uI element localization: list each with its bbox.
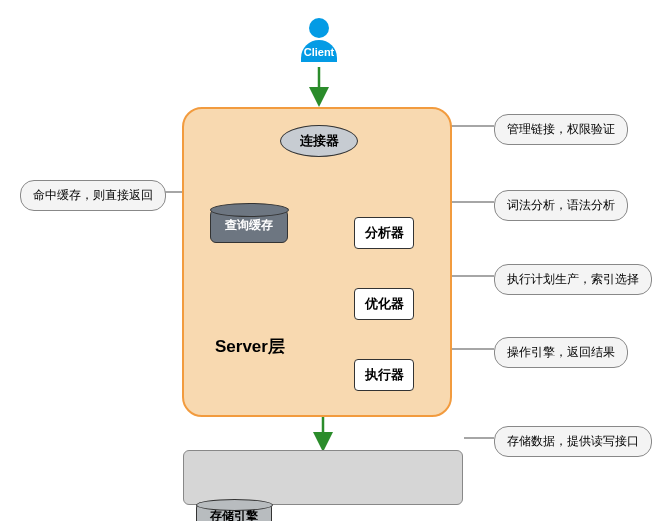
query-cache-text: 查询缓存 xyxy=(225,217,273,234)
storage-engine-1-text: 存储引擎 xyxy=(210,508,258,522)
storage-layer-container xyxy=(183,450,463,505)
server-layer-label: Server层 xyxy=(215,335,285,358)
query-cache-node: 查询缓存 xyxy=(210,207,288,243)
executor-node: 执行器 xyxy=(354,359,414,391)
annotation-cache: 命中缓存，则直接返回 xyxy=(20,180,166,211)
connector-text: 连接器 xyxy=(300,132,339,150)
client-label: Client xyxy=(301,42,337,62)
annotation-storage: 存储数据，提供读写接口 xyxy=(494,426,652,457)
connector-node: 连接器 xyxy=(280,125,358,157)
annotation-optimizer: 执行计划生产，索引选择 xyxy=(494,264,652,295)
analyzer-text: 分析器 xyxy=(365,224,404,242)
annotation-executor: 操作引擎，返回结果 xyxy=(494,337,628,368)
client-actor-head xyxy=(309,18,329,38)
annotation-connector: 管理链接，权限验证 xyxy=(494,114,628,145)
storage-engine-1: 存储引擎 xyxy=(196,502,272,521)
optimizer-text: 优化器 xyxy=(365,295,404,313)
optimizer-node: 优化器 xyxy=(354,288,414,320)
annotation-analyzer: 词法分析，语法分析 xyxy=(494,190,628,221)
executor-text: 执行器 xyxy=(365,366,404,384)
analyzer-node: 分析器 xyxy=(354,217,414,249)
